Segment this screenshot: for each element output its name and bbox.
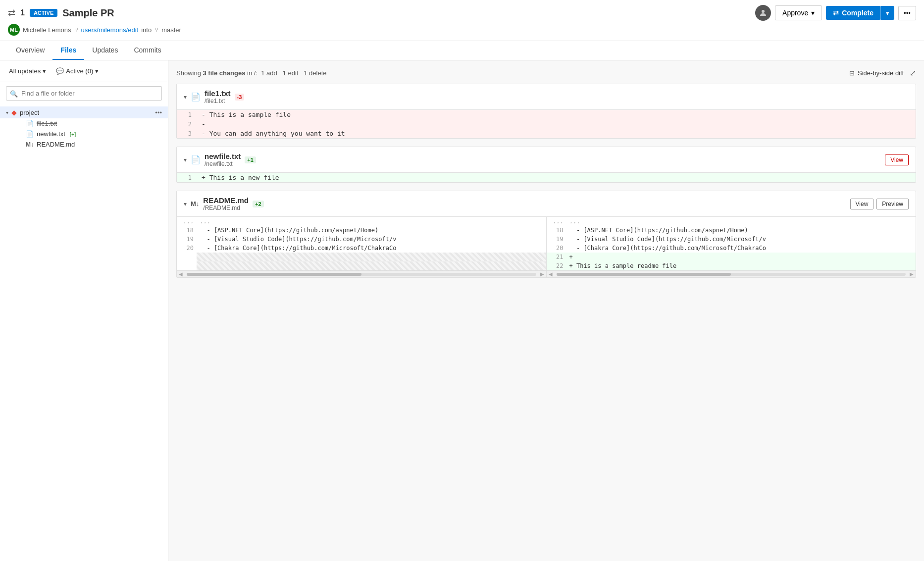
active-chevron-icon: ▾ xyxy=(95,67,99,75)
diff-file-icon-2: 📄 xyxy=(191,155,201,164)
approve-label: Approve xyxy=(782,9,808,17)
complete-label: Complete xyxy=(842,9,873,17)
side-by-side-label: Side-by-side diff xyxy=(858,69,904,77)
complete-button-group: ⇄ Complete ▾ xyxy=(826,6,894,20)
diff-header-newfile: ▾ 📄 newfile.txt /newfile.txt +1 View xyxy=(177,147,916,173)
scrollbar-row: ◀ ▶ ◀ ▶ xyxy=(177,270,916,277)
folder-chevron-icon: ▾ xyxy=(6,110,8,115)
svg-point-0 xyxy=(762,10,765,13)
diff-card-readme: ▾ M↓ README.md /README.md +2 View Previe… xyxy=(176,191,916,278)
expand-icon[interactable]: ⤢ xyxy=(910,68,916,78)
line-num: 21 xyxy=(547,253,566,261)
line-num: 19 xyxy=(547,235,566,244)
view-button-newfile[interactable]: View xyxy=(885,154,909,165)
folder-name: project xyxy=(20,109,39,116)
table-row: ... ... xyxy=(547,217,916,226)
line-num xyxy=(177,253,197,261)
diff-header-file1: ▾ 📄 file1.txt /file1.txt -3 xyxy=(177,84,916,110)
diff-table-right: ... ... 18 - [ASP.NET Core](https://gith… xyxy=(547,217,916,270)
file-item-newfile[interactable]: 📄 newfile.txt [+] xyxy=(10,129,168,139)
line-code: - [ASP.NET Core](https://github.com/aspn… xyxy=(566,226,916,235)
right-scrollbar-track xyxy=(557,273,906,276)
folder-icon: ◆ xyxy=(11,108,17,116)
line-num: 22 xyxy=(547,261,566,270)
file-item-file1[interactable]: 📄 file1.txt xyxy=(10,118,168,129)
line-num: 1 xyxy=(177,173,197,182)
table-row xyxy=(177,261,546,270)
view-button-readme[interactable]: View xyxy=(850,199,874,209)
line-num: 2 xyxy=(177,119,197,129)
line-code: - You can add anything you want to it xyxy=(197,129,916,138)
line-code: ... xyxy=(566,217,916,226)
side-by-side-button[interactable]: ⊟ Side-by-side diff xyxy=(849,69,904,77)
left-panel: ... ... 18 - [ASP.NET Core](https://gith… xyxy=(177,217,547,270)
line-code: + xyxy=(566,253,916,261)
diff-file-icon-1: 📄 xyxy=(191,92,201,102)
diff-file-icon-3: M↓ xyxy=(191,200,199,207)
search-icon: 🔍 xyxy=(10,90,18,97)
left-scrollbar[interactable]: ◀ ▶ xyxy=(177,270,547,277)
diff-body-readme: ... ... 18 - [ASP.NET Core](https://gith… xyxy=(177,217,916,277)
line-num: 19 xyxy=(177,235,197,244)
nav-tabs: Overview Files Updates Commits xyxy=(0,41,924,60)
line-num: 3 xyxy=(177,129,197,138)
author-avatar: ML xyxy=(8,24,20,36)
folder-item-project[interactable]: ▾ ◆ project ••• xyxy=(0,106,168,118)
line-code: ... xyxy=(197,217,546,226)
active-filter[interactable]: 💬 Active (0) ▾ xyxy=(53,65,102,77)
table-row: 21 + xyxy=(547,253,916,261)
file-name-deleted: file1.txt xyxy=(37,120,57,127)
folder-more-icon[interactable]: ••• xyxy=(155,109,162,116)
file-tree: ▾ ◆ project ••• 📄 file1.txt 📄 newfile.tx… xyxy=(0,104,168,152)
diff-filename-2: newfile.txt xyxy=(205,152,241,160)
right-scroll-left-arrow[interactable]: ◀ xyxy=(547,271,555,277)
right-scroll-right-arrow[interactable]: ▶ xyxy=(908,271,916,277)
target-branch: master xyxy=(161,26,181,34)
left-scroll-left-arrow[interactable]: ◀ xyxy=(177,271,185,277)
avatar xyxy=(755,5,771,21)
pr-meta: ML Michelle Lemons ⑂ users/milemons/edit… xyxy=(8,24,916,36)
diff-chevron-icon-2[interactable]: ▾ xyxy=(184,156,187,163)
left-scroll-right-arrow[interactable]: ▶ xyxy=(538,271,546,277)
diff-body-newfile: 1 + This is a new file xyxy=(177,173,916,182)
approve-button[interactable]: Approve ▾ xyxy=(775,5,822,20)
table-row: 1 - This is a sample file xyxy=(177,110,916,119)
line-code xyxy=(197,253,546,261)
right-scrollbar[interactable]: ◀ ▶ xyxy=(547,270,916,277)
more-options-button[interactable]: ••• xyxy=(898,6,916,20)
author-name: Michelle Lemons xyxy=(23,26,71,34)
summary-text: Showing 3 file changes in /: 1 add 1 edi… xyxy=(176,69,327,77)
pr-icon: ⇄ xyxy=(8,7,15,18)
page-header: ⇄ 1 ACTIVE Sample PR Approve ▾ ⇄ Complet… xyxy=(0,0,924,41)
file-item-readme[interactable]: M↓ README.md xyxy=(10,139,168,150)
table-row: 20 - [Chakra Core](https://github.com/Mi… xyxy=(177,244,546,253)
into-text: into xyxy=(141,26,152,34)
preview-button-readme[interactable]: Preview xyxy=(876,199,909,209)
tab-commits[interactable]: Commits xyxy=(126,41,169,60)
branch-icon-from: ⑂ xyxy=(74,26,78,34)
line-num xyxy=(177,261,197,270)
diff-path-1: /file1.txt xyxy=(205,98,231,104)
complete-dropdown-button[interactable]: ▾ xyxy=(880,6,894,20)
tab-updates[interactable]: Updates xyxy=(84,41,126,60)
line-num: 18 xyxy=(177,226,197,235)
tab-files[interactable]: Files xyxy=(52,41,84,60)
left-scrollbar-track xyxy=(187,273,536,276)
search-input[interactable] xyxy=(6,86,162,101)
folder-children: 📄 file1.txt 📄 newfile.txt [+] M↓ README.… xyxy=(0,118,168,150)
file-icon-1: 📄 xyxy=(26,120,34,127)
md-icon: M↓ xyxy=(26,141,34,148)
line-num: ... xyxy=(177,217,197,226)
branch-icon-to: ⑂ xyxy=(154,26,158,34)
diff-card-file1: ▾ 📄 file1.txt /file1.txt -3 1 - This is … xyxy=(176,84,916,139)
changes-summary: Showing 3 file changes in /: 1 add 1 edi… xyxy=(176,68,916,78)
diff-chevron-icon-3[interactable]: ▾ xyxy=(184,201,187,207)
left-scrollbar-thumb xyxy=(187,273,361,276)
all-updates-filter[interactable]: All updates ▾ xyxy=(6,65,49,77)
complete-button[interactable]: ⇄ Complete xyxy=(826,6,880,20)
table-row: 19 - [Visual Studio Code](https://github… xyxy=(177,235,546,244)
side-by-side-diff: ... ... 18 - [ASP.NET Core](https://gith… xyxy=(177,217,916,270)
source-branch-link[interactable]: users/milemons/edit xyxy=(81,26,139,34)
diff-chevron-icon-1[interactable]: ▾ xyxy=(184,94,187,101)
tab-overview[interactable]: Overview xyxy=(8,41,52,60)
